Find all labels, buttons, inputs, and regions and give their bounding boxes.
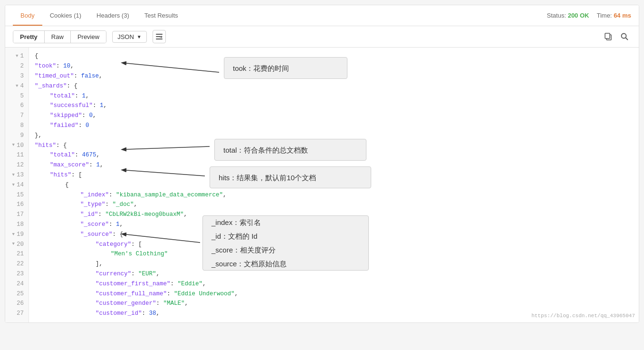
code-line-24: "customer_first_name": "Eddie", <box>29 279 639 289</box>
line-num-3: 3 <box>5 71 29 81</box>
code-area: ▼1 2 3 ▼4 5 6 7 8 9 ▼10 11 12 ▼13 ▼14 15… <box>5 48 639 322</box>
copy-icon[interactable] <box>602 30 615 43</box>
tab-cookies-label: Cookies (1) <box>50 12 81 19</box>
annotation-took: took：花费的时间 <box>224 57 347 79</box>
tab-bar: Body Cookies (1) Headers (3) Test Result… <box>5 5 639 26</box>
tab-headers-label: Headers (3) <box>96 12 129 19</box>
ann-source: _source：文档原始信息 <box>211 257 360 270</box>
view-mode-group: Pretty Raw Preview <box>13 30 106 43</box>
line-num-7: 7 <box>5 111 29 121</box>
line-num-9: 9 <box>5 130 29 140</box>
ann-index: _index：索引名 <box>211 216 360 229</box>
pretty-button[interactable]: Pretty <box>13 31 45 43</box>
line-num-20: ▼20 <box>5 239 29 249</box>
watermark: https://blog.csdn.net/qq_43965047 <box>531 312 635 321</box>
line-num-27: 27 <box>5 309 29 319</box>
svg-rect-4 <box>605 33 610 39</box>
line-num-11: 11 <box>5 150 29 160</box>
line-num-25: 25 <box>5 289 29 299</box>
line-numbers: ▼1 2 3 ▼4 5 6 7 8 9 ▼10 11 12 ▼13 ▼14 15… <box>5 48 29 322</box>
line-num-13: ▼13 <box>5 170 29 180</box>
preview-button[interactable]: Preview <box>71 31 106 43</box>
status-value: 200 OK <box>568 12 589 19</box>
line-num-5: 5 <box>5 91 29 101</box>
tab-cookies[interactable]: Cookies (1) <box>42 6 89 26</box>
format-select[interactable]: JSON ▼ <box>112 31 147 43</box>
search-icon[interactable] <box>618 30 631 43</box>
line-num-10: ▼10 <box>5 140 29 150</box>
tab-test-results[interactable]: Test Results <box>137 6 186 26</box>
time-value: 64 ms <box>614 12 631 19</box>
svg-rect-2 <box>156 39 163 39</box>
toolbar-right <box>602 30 631 43</box>
annotation-hits: hits：结果集，默认前10个文档 <box>210 166 371 188</box>
tab-body[interactable]: Body <box>13 6 42 26</box>
line-num-19: ▼19 <box>5 229 29 239</box>
line-num-6: 6 <box>5 101 29 111</box>
line-num-4: ▼4 <box>5 81 29 91</box>
toolbar: Pretty Raw Preview JSON ▼ <box>5 26 639 48</box>
annotation-total: total：符合条件的总文档数 <box>214 139 366 161</box>
code-line-5: "total": 1, <box>29 91 639 101</box>
line-num-15: 15 <box>5 190 29 200</box>
code-line-15: "_index": "kibana_sample_data_ecommerce"… <box>29 190 639 200</box>
line-num-22: 22 <box>5 259 29 269</box>
time-label: Time: 64 ms <box>596 12 631 19</box>
line-num-21: 21 <box>5 249 29 259</box>
line-num-24: 24 <box>5 279 29 289</box>
line-num-2: 2 <box>5 61 29 71</box>
line-num-16: 16 <box>5 200 29 210</box>
code-line-25: "customer_full_name": "Eddie Underwood", <box>29 289 639 299</box>
tab-bar-left: Body Cookies (1) Headers (3) Test Result… <box>13 6 547 25</box>
code-line-8: "failed": 0 <box>29 121 639 131</box>
annotation-source: _index：索引名 _id：文档的 Id _score：相关度评分 _sour… <box>202 215 369 271</box>
response-panel: Body Cookies (1) Headers (3) Test Result… <box>5 5 639 323</box>
wrap-icon[interactable] <box>153 30 166 43</box>
ann-score: _score：相关度评分 <box>211 243 360 256</box>
status-label: Status: 200 OK <box>547 12 589 19</box>
code-line-16: "_type": "_doc", <box>29 200 639 210</box>
ann-id: _id：文档的 Id <box>211 230 360 243</box>
chevron-down-icon: ▼ <box>137 34 142 39</box>
code-line-7: "skipped": 0, <box>29 111 639 121</box>
line-num-12: 12 <box>5 160 29 170</box>
line-num-1: ▼1 <box>5 51 29 61</box>
line-num-17: 17 <box>5 210 29 220</box>
tab-bar-right: Status: 200 OK Time: 64 ms <box>547 12 631 19</box>
line-num-14: ▼14 <box>5 180 29 190</box>
line-num-8: 8 <box>5 121 29 131</box>
svg-rect-0 <box>156 34 163 35</box>
code-line-4: "_shards": { <box>29 81 639 91</box>
code-line-26: "customer_gender": "MALE", <box>29 299 639 309</box>
raw-button[interactable]: Raw <box>45 31 71 43</box>
line-num-18: 18 <box>5 220 29 230</box>
line-num-23: 23 <box>5 269 29 279</box>
tab-headers[interactable]: Headers (3) <box>89 6 137 26</box>
line-num-26: 26 <box>5 299 29 309</box>
svg-point-5 <box>622 34 626 39</box>
svg-line-6 <box>626 38 628 40</box>
code-line-6: "successful": 1, <box>29 101 639 111</box>
